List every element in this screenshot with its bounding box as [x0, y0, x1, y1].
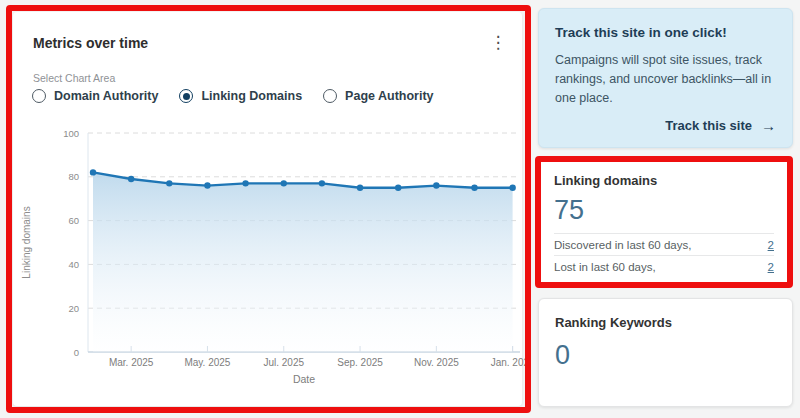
- chart-area-radio-group: Domain AuthorityLinking DomainsPage Auth…: [32, 89, 434, 103]
- track-site-body: Campaigns will spot site issues, track r…: [555, 51, 776, 107]
- svg-text:100: 100: [63, 128, 79, 139]
- linking-domains-card: Linking domains 75 Discovered in last 60…: [539, 160, 789, 284]
- ranking-keywords-card: Ranking Keywords 0: [538, 298, 793, 407]
- svg-text:Date: Date: [293, 373, 315, 385]
- discovered-row: Discovered in last 60 days, 2: [554, 233, 774, 255]
- linking-domains-title: Linking domains: [554, 173, 774, 188]
- track-link-label: Track this site: [665, 118, 752, 133]
- radio-label: Page Authority: [345, 89, 433, 103]
- svg-text:60: 60: [68, 215, 79, 226]
- ranking-keywords-value: 0: [555, 340, 776, 371]
- svg-text:80: 80: [68, 171, 79, 182]
- svg-text:May. 2025: May. 2025: [184, 357, 230, 368]
- svg-text:20: 20: [68, 303, 79, 314]
- arrow-right-icon: →: [761, 117, 776, 134]
- radio-unselected-icon[interactable]: [323, 89, 337, 103]
- radio-domain-authority[interactable]: Domain Authority: [32, 89, 158, 103]
- radio-linking-domains[interactable]: Linking Domains: [179, 89, 302, 103]
- kebab-menu-icon[interactable]: ⋮: [486, 30, 510, 56]
- select-chart-area-label: Select Chart Area: [33, 72, 115, 84]
- lost-row: Lost in last 60 days, 2: [554, 255, 774, 277]
- svg-text:Linking domains: Linking domains: [21, 206, 32, 278]
- track-site-card: Track this site in one click! Campaigns …: [538, 8, 793, 148]
- svg-text:Mar. 2025: Mar. 2025: [109, 357, 154, 368]
- ranking-keywords-title: Ranking Keywords: [555, 315, 776, 330]
- svg-text:Jan. 2026: Jan. 2026: [491, 357, 526, 368]
- track-site-title: Track this site in one click!: [555, 25, 776, 40]
- radio-selected-icon[interactable]: [179, 89, 193, 103]
- svg-text:Nov. 2025: Nov. 2025: [414, 357, 459, 368]
- radio-label: Linking Domains: [201, 89, 302, 103]
- metrics-over-time-panel: Metrics over time ⋮ Select Chart Area Do…: [13, 12, 522, 406]
- lost-value-link[interactable]: 2: [768, 261, 774, 273]
- svg-text:Sep. 2025: Sep. 2025: [337, 357, 383, 368]
- linking-domains-value: 75: [554, 195, 774, 226]
- radio-label: Domain Authority: [54, 89, 158, 103]
- svg-text:40: 40: [68, 259, 79, 270]
- linking-domains-area-chart: 020406080100Mar. 2025May. 2025Jul. 2025S…: [17, 118, 526, 403]
- discovered-label: Discovered in last 60 days,: [554, 239, 691, 251]
- discovered-value-link[interactable]: 2: [768, 239, 774, 251]
- track-this-site-link[interactable]: Track this site →: [665, 117, 776, 134]
- svg-text:0: 0: [74, 347, 79, 358]
- svg-text:Jul. 2025: Jul. 2025: [263, 357, 304, 368]
- radio-unselected-icon[interactable]: [32, 89, 46, 103]
- panel-title: Metrics over time: [33, 35, 148, 51]
- linking-domains-rows: Discovered in last 60 days, 2 Lost in la…: [554, 233, 774, 277]
- radio-page-authority[interactable]: Page Authority: [323, 89, 433, 103]
- lost-label: Lost in last 60 days,: [554, 261, 656, 273]
- chart-svg: 020406080100Mar. 2025May. 2025Jul. 2025S…: [17, 118, 526, 403]
